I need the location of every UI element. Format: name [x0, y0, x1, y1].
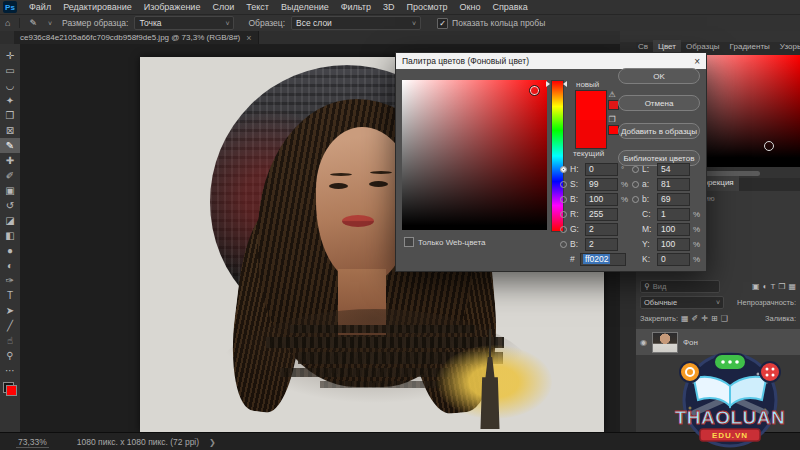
s-radio[interactable] [560, 181, 567, 188]
c-input[interactable]: 1 [657, 208, 690, 221]
path-selection-tool[interactable]: ➤ [0, 303, 20, 318]
dialog-title-bar[interactable]: Палитра цветов (Фоновый цвет) × [396, 53, 706, 69]
menu-layers[interactable]: Слои [206, 0, 240, 14]
l-input[interactable]: 54 [657, 163, 690, 176]
menu-edit[interactable]: Редактирование [57, 0, 138, 14]
brush-tool[interactable]: ✐ [0, 168, 20, 183]
lock-position-icon[interactable]: ✛ [701, 314, 708, 323]
menu-file[interactable]: Файл [23, 0, 57, 14]
quick-selection-tool[interactable]: ✦ [0, 93, 20, 108]
history-brush-tool[interactable]: ↺ [0, 198, 20, 213]
h-radio[interactable] [560, 166, 567, 173]
visibility-eye-icon[interactable]: ◉ [640, 338, 647, 347]
l-radio[interactable] [632, 166, 639, 173]
chevron-down-icon[interactable]: ˅ [48, 20, 52, 27]
marquee-tool[interactable]: ▭ [0, 63, 20, 78]
menu-select[interactable]: Выделение [275, 0, 335, 14]
frame-tool[interactable]: ⊠ [0, 123, 20, 138]
color-panel-marker[interactable] [764, 141, 774, 151]
filter-pixel-icon[interactable]: ▣ [752, 282, 760, 291]
b-radio[interactable] [560, 196, 567, 203]
eraser-tool[interactable]: ◪ [0, 213, 20, 228]
hex-input[interactable]: ff0202 [580, 253, 626, 266]
web-only-checkbox[interactable] [404, 237, 414, 247]
tab-patterns[interactable]: Узоры [775, 40, 800, 55]
cancel-button[interactable]: Отмена [618, 95, 700, 111]
g-input[interactable]: 2 [585, 223, 618, 236]
layer-search-value: Вид [653, 282, 667, 291]
ok-button[interactable]: OK [618, 68, 700, 84]
lock-pixels-icon[interactable]: ✐ [692, 314, 699, 323]
m-input[interactable]: 100 [657, 223, 690, 236]
filter-smart-icon[interactable]: ▦ [788, 282, 796, 291]
zoom-tool[interactable]: ⚲ [0, 348, 20, 363]
blur-tool[interactable]: ● [0, 243, 20, 258]
r-label: R: [570, 209, 582, 219]
g-radio[interactable] [560, 226, 567, 233]
status-chevron-icon[interactable]: ❯ [209, 438, 216, 447]
r-radio[interactable] [560, 211, 567, 218]
current-color-swatch[interactable] [576, 120, 606, 149]
menu-image[interactable]: Изображение [138, 0, 207, 14]
pen-tool[interactable]: ✑ [0, 273, 20, 288]
clone-stamp-tool[interactable]: ▣ [0, 183, 20, 198]
add-to-swatches-button[interactable]: Добавить в образцы [618, 123, 700, 139]
b2-radio[interactable] [560, 241, 567, 248]
menu-3d[interactable]: 3D [377, 0, 401, 14]
home-icon[interactable]: ⌂ [0, 18, 15, 28]
b3-input[interactable]: 69 [657, 193, 690, 206]
hue-slider-arrow-left[interactable] [546, 81, 550, 87]
document-tab[interactable]: ce936c84e2105a66fc709cdb958f9de5.jpg @ 7… [14, 31, 259, 44]
dodge-tool[interactable]: ◐ [0, 258, 20, 273]
close-icon[interactable]: × [246, 33, 251, 43]
menu-type[interactable]: Текст [240, 0, 275, 14]
a-input[interactable]: 81 [657, 178, 690, 191]
type-tool[interactable]: T [0, 288, 20, 303]
menu-view[interactable]: Просмотр [400, 0, 453, 14]
blend-mode-dropdown[interactable]: Обычные ˅ [640, 296, 724, 309]
filter-type-icon[interactable]: T [770, 282, 775, 291]
tab-gradients[interactable]: Градиенты [725, 40, 775, 55]
web-safe-icon[interactable]: ❐ [606, 115, 618, 124]
lasso-tool[interactable]: ◡ [0, 78, 20, 93]
background-color-swatch[interactable] [6, 385, 17, 396]
lock-transparency-icon[interactable]: ▦ [681, 314, 689, 323]
color-field-marker[interactable] [529, 85, 540, 96]
gradient-tool[interactable]: ◧ [0, 228, 20, 243]
b2-input[interactable]: 2 [585, 238, 618, 251]
h-input[interactable]: 0 [585, 163, 618, 176]
c-label: C: [642, 209, 654, 219]
sample-dropdown[interactable]: Все слои ˅ [291, 16, 421, 30]
hand-tool[interactable]: ☝ [0, 333, 20, 348]
menu-window[interactable]: Окно [454, 0, 487, 14]
y-input[interactable]: 100 [657, 238, 690, 251]
menu-help[interactable]: Справка [486, 0, 533, 14]
s-input[interactable]: 99 [585, 178, 618, 191]
c-unit: % [693, 210, 700, 219]
b3-radio[interactable] [632, 196, 639, 203]
eyedropper-tool[interactable]: ✎ [0, 138, 20, 153]
lock-artboard-icon[interactable]: ⊞ [711, 314, 718, 323]
close-icon[interactable]: × [694, 56, 700, 67]
zoom-level-input[interactable]: 73,33% [16, 437, 49, 448]
a-radio[interactable] [632, 181, 639, 188]
b-input[interactable]: 100 [585, 193, 618, 206]
menu-filter[interactable]: Фильтр [335, 0, 377, 14]
sample-size-dropdown[interactable]: Точка ˅ [134, 16, 234, 30]
filter-shape-icon[interactable]: ❒ [778, 282, 785, 291]
layer-search-input[interactable]: ⚲ Вид [640, 280, 720, 293]
hue-slider-arrow-right[interactable] [563, 81, 567, 87]
eyedropper-tool-icon[interactable]: ✎ [24, 18, 42, 28]
move-tool[interactable]: ✛ [0, 48, 20, 63]
show-ring-checkbox[interactable]: ✓ [437, 18, 448, 29]
edit-toolbar-icon[interactable]: ⋯ [0, 363, 20, 378]
filter-adjustment-icon[interactable]: ◐ [763, 282, 768, 291]
r-input[interactable]: 255 [585, 208, 618, 221]
healing-brush-tool[interactable]: ✚ [0, 153, 20, 168]
saturation-brightness-field[interactable] [402, 80, 547, 230]
shape-tool[interactable]: ╱ [0, 318, 20, 333]
k-input[interactable]: 0 [657, 253, 690, 266]
gamut-warning-icon[interactable]: ⚠ [606, 90, 618, 99]
lock-all-icon[interactable]: ❑ [721, 314, 728, 323]
crop-tool[interactable]: ❒ [0, 108, 20, 123]
